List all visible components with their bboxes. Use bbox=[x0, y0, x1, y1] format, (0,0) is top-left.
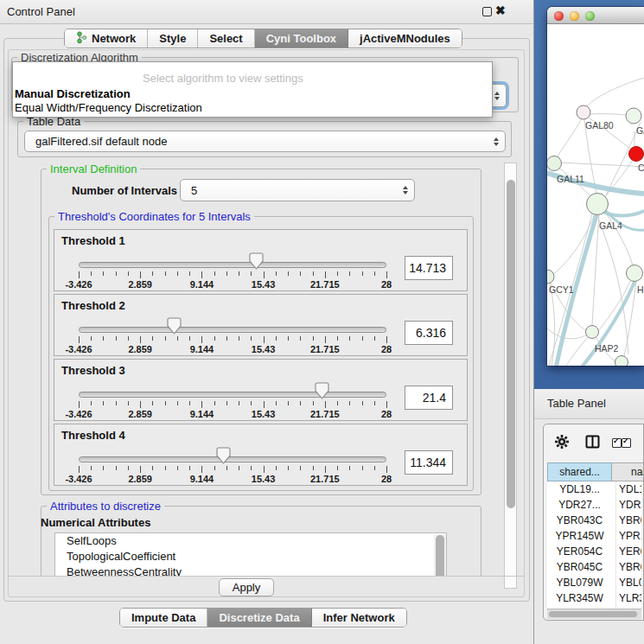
tab-cyni-toolbox[interactable]: Cyni Toolbox bbox=[255, 29, 348, 48]
threshold-slider-track[interactable] bbox=[79, 327, 386, 333]
slider-tick bbox=[264, 401, 265, 408]
table-hscrollbar[interactable] bbox=[547, 609, 641, 619]
slider-tick bbox=[386, 466, 387, 473]
interval-definition-title: Interval Definition bbox=[47, 163, 140, 175]
column-header-name[interactable]: name bbox=[612, 462, 644, 481]
table-row[interactable]: YDR27...YDR2 bbox=[547, 497, 641, 513]
slider-scale-label: 15.43 bbox=[236, 409, 291, 419]
network-edge[interactable] bbox=[597, 215, 628, 354]
network-edge[interactable] bbox=[557, 118, 582, 157]
threshold-slider-track[interactable] bbox=[79, 392, 386, 398]
table-data-value: galFiltered.sif default node bbox=[35, 135, 167, 148]
close-icon[interactable]: ✖ bbox=[495, 3, 506, 17]
algorithm-option-equal-width[interactable]: Equal Width/Frequency Discretization bbox=[15, 101, 202, 114]
network-edge[interactable] bbox=[590, 114, 626, 115]
mac-close-button[interactable] bbox=[554, 11, 564, 21]
table-row[interactable]: YDL19...YDL1 bbox=[547, 481, 641, 497]
slider-scale-label: 21.715 bbox=[297, 344, 353, 354]
table-row[interactable]: YBR045CYBR0 bbox=[547, 559, 641, 575]
slider-tick bbox=[177, 336, 178, 341]
h-node[interactable] bbox=[627, 265, 643, 282]
combobox-stepper-icon[interactable] bbox=[403, 186, 408, 194]
hap2-node[interactable] bbox=[586, 326, 599, 339]
threshold-panel: Threshold 4 11.344 -3.4262.8599.14415.43… bbox=[54, 424, 468, 486]
algorithm-option-manual[interactable]: Manual Discretization bbox=[15, 87, 131, 100]
gcy1-node[interactable] bbox=[547, 270, 554, 284]
network-window-titlebar[interactable] bbox=[547, 7, 644, 24]
gal80-node[interactable] bbox=[577, 105, 590, 119]
apply-button[interactable]: Apply bbox=[219, 578, 274, 596]
slider-tick bbox=[300, 271, 301, 276]
attributes-scrollbar[interactable] bbox=[434, 534, 446, 576]
tab-infer-network[interactable]: Infer Network bbox=[312, 609, 406, 627]
attribute-list-item[interactable]: BetweennessCentrality bbox=[55, 564, 446, 576]
slider-tick bbox=[313, 271, 314, 276]
table-row[interactable]: YER054CYER0 bbox=[547, 544, 641, 559]
tab-label: Cyni Toolbox bbox=[266, 32, 336, 45]
attribute-list-item[interactable]: SelfLoops bbox=[55, 533, 446, 549]
table-row[interactable]: YBL079WYBL0 bbox=[547, 575, 641, 590]
network-edge[interactable] bbox=[587, 78, 644, 106]
combobox-stepper-icon[interactable] bbox=[494, 92, 500, 100]
tab-style[interactable]: Style bbox=[148, 29, 198, 48]
split-column-icon[interactable] bbox=[585, 435, 600, 449]
threshold-slider-track[interactable] bbox=[79, 262, 386, 268]
slider-tick bbox=[116, 466, 117, 470]
column-header-shared[interactable]: shared... bbox=[547, 462, 612, 481]
table-row[interactable]: YBR043CYBR0 bbox=[547, 513, 641, 528]
gal4-node[interactable] bbox=[587, 194, 609, 215]
network-edge[interactable] bbox=[547, 284, 555, 366]
threshold-slider-track[interactable] bbox=[79, 456, 386, 462]
tab-impute-data[interactable]: Impute Data bbox=[120, 609, 207, 627]
threshold-slider-thumb[interactable] bbox=[315, 382, 329, 399]
threshold-slider-thumb[interactable] bbox=[216, 447, 231, 464]
slider-tick bbox=[276, 466, 277, 470]
bottom-node[interactable] bbox=[615, 356, 628, 367]
checkbox-icon[interactable] bbox=[612, 438, 622, 448]
table-row[interactable]: YPR145WYPR1 bbox=[547, 528, 641, 544]
slider-tick bbox=[264, 271, 265, 278]
checkbox-icon[interactable] bbox=[622, 438, 631, 448]
settings-scrollbar-thumb[interactable] bbox=[507, 180, 515, 508]
threshold-slider-thumb[interactable] bbox=[249, 252, 264, 270]
threshold-value-field[interactable]: 6.316 bbox=[405, 321, 453, 345]
slider-tick bbox=[386, 271, 387, 278]
table-row[interactable]: YLR345WYLR3 bbox=[547, 590, 641, 606]
slider-tick bbox=[349, 271, 350, 276]
threshold-panel: Threshold 3 21.4 -3.4262.8599.14415.4321… bbox=[54, 359, 468, 421]
slider-scale-label: 9.144 bbox=[174, 474, 229, 484]
threshold-panel: Threshold 1 14.713 -3.4262.8599.14415.43… bbox=[54, 229, 468, 291]
attribute-list-item[interactable]: TopologicalCoefficient bbox=[55, 549, 446, 564]
number-of-intervals-combobox[interactable]: 5 bbox=[180, 179, 415, 201]
threshold-value-field[interactable]: 21.4 bbox=[405, 386, 453, 410]
tab-jactivemnodules[interactable]: jActiveMNodules bbox=[348, 29, 462, 48]
column-header-shared-label: shared... bbox=[559, 466, 600, 478]
network-edge[interactable] bbox=[604, 211, 633, 265]
mac-zoom-button[interactable] bbox=[585, 11, 595, 21]
network-canvas[interactable]: GAL80GACGAL11GAL4GCY1HHAP2 bbox=[547, 24, 644, 366]
red-node[interactable] bbox=[629, 147, 644, 162]
gal11-node[interactable] bbox=[547, 156, 562, 171]
mac-minimize-button[interactable] bbox=[570, 11, 579, 21]
table-data-combobox[interactable]: galFiltered.sif default node bbox=[24, 131, 506, 152]
slider-scale-label: 21.715 bbox=[297, 279, 353, 290]
top-right-node[interactable] bbox=[626, 108, 641, 124]
threshold-value-field[interactable]: 11.344 bbox=[405, 450, 453, 475]
network-edge[interactable] bbox=[561, 163, 644, 167]
slider-tick bbox=[288, 336, 289, 341]
tab-discretize-data[interactable]: Discretize Data bbox=[207, 609, 311, 627]
threshold-slider-thumb[interactable] bbox=[167, 317, 182, 335]
settings-scrollbar[interactable] bbox=[504, 163, 517, 589]
attributes-scrollbar-thumb[interactable] bbox=[436, 535, 444, 576]
combobox-stepper-icon[interactable] bbox=[494, 137, 499, 146]
tab-network[interactable]: Network bbox=[65, 29, 148, 48]
slider-tick bbox=[300, 336, 301, 341]
slider-tick bbox=[337, 401, 338, 405]
float-icon[interactable] bbox=[482, 7, 492, 16]
numerical-attributes-list[interactable]: SelfLoopsTopologicalCoefficientBetweenne… bbox=[54, 532, 447, 576]
gear-icon[interactable] bbox=[554, 434, 570, 450]
threshold-value-field[interactable]: 14.713 bbox=[405, 256, 453, 280]
tab-select[interactable]: Select bbox=[198, 29, 254, 48]
table-hscrollbar-thumb[interactable] bbox=[549, 611, 637, 617]
algorithm-popup-hint: Select algorithm to view settings bbox=[143, 72, 303, 85]
